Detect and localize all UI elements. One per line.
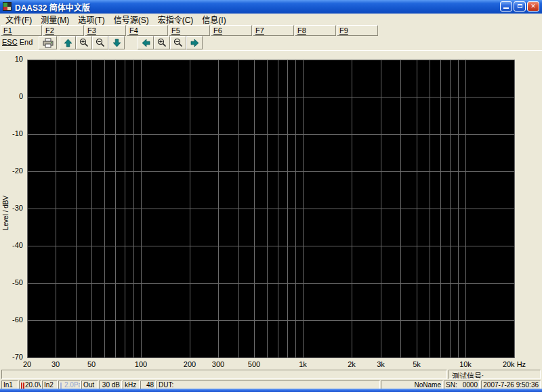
in1-value: 20.0V [25, 381, 41, 389]
out-label: Out [83, 381, 94, 389]
shift-right-button[interactable] [186, 36, 203, 49]
x-gridline [440, 60, 441, 358]
menu-item-options[interactable]: 选项(T) [75, 14, 110, 25]
menu-item-info[interactable]: 信息(I) [199, 14, 232, 25]
esc-end-label[interactable]: ESC End [2, 38, 37, 49]
y-tick-label: -10 [0, 129, 23, 137]
in2-value: 2.0Pa [64, 381, 81, 389]
app-window: DAAS32 简体中文版 ✕ 文件(F) 测量(M) 选项(T) 信号源(S) … [0, 0, 542, 392]
f6-button[interactable]: F6 [211, 25, 252, 36]
f3-button[interactable]: F3 [85, 25, 126, 36]
window-title: DAAS32 简体中文版 [15, 1, 90, 13]
f5-button[interactable]: F5 [169, 25, 210, 36]
zoom-out-vertical-button[interactable] [92, 36, 108, 49]
zoom-out-icon [173, 38, 183, 47]
zoom-in-horizontal-button[interactable] [154, 36, 170, 49]
y-gridline [27, 209, 515, 209]
message-field [1, 370, 447, 379]
x-gridline [278, 60, 278, 358]
arrow-left-icon [142, 39, 150, 47]
y-gridline [27, 171, 515, 172]
x-gridline [141, 60, 142, 358]
x-tick-label: 5k [396, 360, 437, 368]
y-tick-label: -40 [0, 241, 23, 249]
x-tick-label: 300 [198, 360, 238, 368]
f1-button[interactable]: F1 [1, 25, 42, 36]
print-button[interactable] [39, 36, 57, 49]
y-gridline [27, 97, 515, 97]
in2-label: In2 [44, 381, 54, 389]
in1-level-indicator [21, 383, 22, 389]
x-gridline [218, 60, 219, 358]
unit-label: kHz [125, 381, 136, 389]
file-name: NoName [415, 381, 441, 389]
out-gain-value: 30 dB [102, 381, 120, 389]
zoom-in-icon [79, 38, 89, 47]
test-signal-label: 测试信号: [452, 372, 484, 379]
x-gridline [450, 60, 451, 358]
f9-button[interactable]: F9 [337, 25, 378, 36]
zoom-in-icon [157, 38, 167, 47]
menu-item-measure[interactable]: 测量(M) [38, 14, 75, 25]
x-gridline [381, 60, 381, 358]
y-tick-label: -20 [0, 167, 23, 175]
shift-up-button[interactable] [60, 36, 76, 49]
x-gridline [76, 60, 77, 358]
x-tick-label: 100 [121, 360, 161, 368]
x-tick-label: 500 [234, 360, 274, 368]
x-gridline [104, 60, 105, 358]
zoom-out-icon [96, 38, 105, 47]
zoom-out-horizontal-button[interactable] [170, 36, 186, 49]
chart-panel: Level / dBV 100-10-20-30-40-50-60-702030… [0, 50, 542, 369]
dut-label: DUT: [159, 381, 173, 389]
y-gridline [27, 320, 515, 321]
y-gridline [27, 357, 515, 358]
close-icon: ✕ [530, 3, 536, 9]
in2-level-indicator [60, 383, 62, 389]
x-tick-label: 50 [71, 360, 112, 368]
x-gridline [303, 60, 304, 358]
minimize-icon [503, 2, 509, 9]
printer-icon [42, 38, 54, 48]
f7-button[interactable]: F7 [253, 25, 294, 36]
x-gridline [56, 60, 56, 358]
x-tick-label: 20k Hz [494, 360, 535, 368]
title-bar[interactable]: DAAS32 简体中文版 ✕ [0, 0, 542, 14]
x-gridline [133, 60, 134, 358]
arrow-right-icon [190, 39, 199, 47]
restore-icon [518, 4, 522, 8]
y-tick-label: -60 [0, 315, 23, 324]
f8-button[interactable]: F8 [295, 25, 336, 36]
x-tick-label: 3k [360, 360, 401, 368]
zoom-in-vertical-button[interactable] [76, 36, 92, 49]
y-gridline [27, 134, 515, 135]
shift-left-button[interactable] [138, 36, 154, 49]
x-gridline [417, 60, 417, 358]
y-axis-title: Level / dBV [2, 176, 9, 230]
x-gridline [27, 60, 28, 358]
menu-bar: 文件(F) 测量(M) 选项(T) 信号源(S) 宏指令(C) 信息(I) [0, 14, 542, 24]
x-gridline [352, 60, 352, 358]
y-tick-label: 0 [0, 92, 23, 100]
x-gridline [267, 60, 268, 358]
x-gridline [458, 60, 459, 358]
shift-down-button[interactable] [108, 36, 125, 49]
app-icon-quadrant [7, 7, 12, 11]
close-button[interactable]: ✕ [527, 1, 539, 12]
menu-item-signal-source[interactable]: 信号源(S) [111, 14, 155, 25]
y-tick-label: 10 [0, 55, 23, 63]
menu-item-macro[interactable]: 宏指令(C) [155, 14, 200, 25]
datetime-value: 2007-7-26 9:50:36 [483, 381, 539, 389]
restore-button[interactable] [514, 1, 526, 12]
f4-button[interactable]: F4 [127, 25, 168, 36]
minimize-button[interactable] [500, 1, 512, 12]
menu-item-file[interactable]: 文件(F) [3, 14, 38, 25]
x-gridline [115, 60, 116, 358]
x-gridline [295, 60, 296, 358]
f2-button[interactable]: F2 [43, 25, 84, 36]
x-gridline [254, 60, 255, 358]
taskbar-strip [0, 389, 542, 392]
esc-label: ESC [2, 38, 18, 46]
plot-area [27, 60, 515, 358]
arrow-down-icon [112, 39, 121, 47]
